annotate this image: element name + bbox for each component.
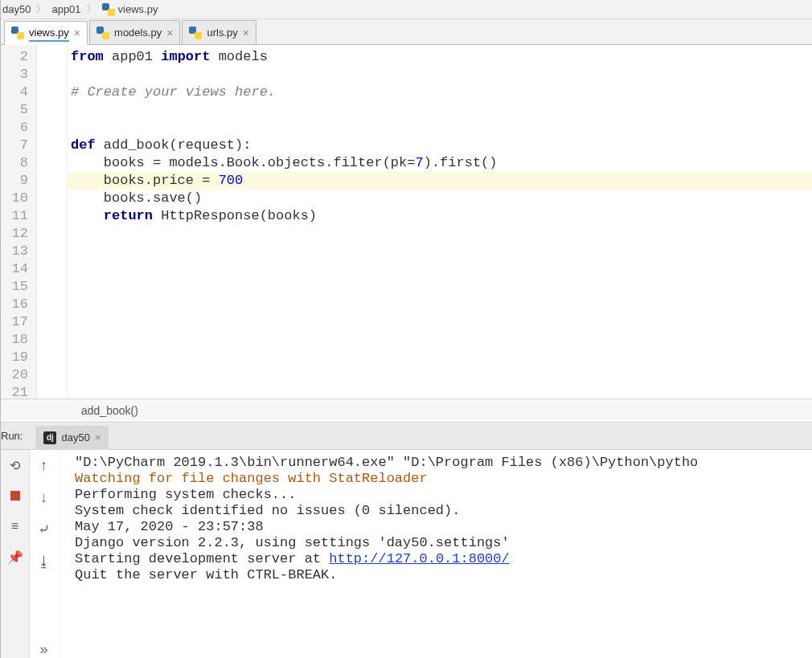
code-line[interactable] — [68, 366, 812, 384]
code-line[interactable] — [68, 225, 812, 243]
tab-label: models.py — [114, 27, 162, 39]
down-button[interactable]: ↓ — [35, 488, 53, 506]
line-number: 20 — [1, 366, 36, 384]
line-number: 16 — [1, 296, 36, 313]
chevron-right-icon: 〉 — [86, 2, 97, 17]
code-line[interactable]: def add_book(request): — [68, 137, 812, 154]
more-button[interactable]: » — [35, 640, 53, 658]
console-toolbar: ↑ ↓ ⤶ ⭳ » — [30, 450, 59, 658]
tab-label: views.py — [29, 27, 69, 42]
run-toolwindow-header: Run: dj day50 × — [1, 423, 812, 450]
code-line[interactable]: # Create your views here. — [68, 84, 812, 101]
structure-crumb[interactable]: add_book() — [1, 398, 812, 423]
line-number: 11 — [1, 207, 36, 225]
line-number: 14 — [1, 260, 36, 278]
code-line[interactable]: books.price = 700 — [68, 172, 812, 190]
console-output[interactable]: "D:\PyCharm 2019.1.3\bin\runnerw64.exe" … — [59, 450, 812, 658]
editor-tab[interactable]: models.py× — [89, 20, 180, 44]
structure-crumb-label: add_book() — [81, 404, 138, 417]
python-file-icon — [11, 27, 24, 39]
run-action-toolbar: ⟲ ≡ 📌 — [1, 450, 30, 658]
run-config-tab[interactable]: dj day50 × — [35, 426, 109, 450]
console-line: Quit the server with CTRL-BREAK. — [75, 567, 812, 583]
line-number: 21 — [1, 384, 36, 402]
code-line[interactable] — [68, 384, 812, 398]
console-line: Watching for file changes with StatReloa… — [75, 471, 812, 487]
line-number: 12 — [1, 225, 36, 243]
editor-tabs: views.py×models.py×urls.py× — [1, 19, 812, 45]
line-number: 5 — [1, 101, 36, 119]
python-file-icon — [102, 3, 115, 16]
line-number: 13 — [1, 243, 36, 260]
line-number: 19 — [1, 349, 36, 366]
code-line[interactable] — [68, 101, 812, 119]
console-line: System check identified no issues (0 sil… — [75, 503, 812, 519]
django-icon: dj — [43, 431, 56, 444]
code-line[interactable] — [68, 243, 812, 260]
code-line[interactable] — [68, 296, 812, 313]
rerun-button[interactable]: ⟲ — [6, 456, 24, 474]
code-line[interactable] — [68, 349, 812, 366]
close-icon[interactable]: × — [166, 27, 173, 39]
code-line[interactable]: from app01 import models — [68, 48, 812, 66]
code-line[interactable] — [68, 331, 812, 349]
line-number: 18 — [1, 331, 36, 349]
editor-tab[interactable]: views.py× — [4, 21, 88, 45]
line-number: 9 — [1, 172, 36, 190]
console-line: Django version 2.2.3, using settings 'da… — [75, 535, 812, 551]
console-line: "D:\PyCharm 2019.1.3\bin\runnerw64.exe" … — [75, 455, 812, 471]
close-icon[interactable]: × — [74, 27, 80, 39]
line-number: 15 — [1, 278, 36, 296]
layout-button[interactable]: ≡ — [6, 517, 24, 535]
python-file-icon — [96, 27, 109, 39]
run-config-label: day50 — [61, 431, 89, 443]
breadcrumb-label: app01 — [51, 3, 80, 15]
code-line[interactable]: books = models.Book.objects.filter(pk=7)… — [68, 154, 812, 172]
code-area[interactable]: from app01 import models# Create your vi… — [68, 45, 812, 398]
line-number: 4 — [1, 84, 36, 101]
code-line[interactable] — [68, 260, 812, 278]
line-number: 10 — [1, 190, 36, 207]
breadcrumb-item[interactable]: views.py — [100, 3, 160, 16]
scroll-to-end-button[interactable]: ⭳ — [35, 553, 53, 570]
up-button[interactable]: ↑ — [35, 456, 53, 474]
tab-label: urls.py — [207, 27, 237, 39]
breadcrumb-label: day50 — [2, 3, 31, 15]
fold-column — [37, 45, 68, 398]
breadcrumb-item[interactable]: day50 — [1, 3, 32, 15]
code-line[interactable] — [68, 119, 812, 137]
code-line[interactable]: books.save() — [68, 190, 812, 207]
line-number: 8 — [1, 154, 36, 172]
line-number: 6 — [1, 119, 36, 137]
code-line[interactable] — [68, 313, 812, 331]
breadcrumb: day50 〉 app01 〉 views.py — [1, 0, 812, 19]
python-file-icon — [189, 27, 202, 39]
breadcrumb-item[interactable]: app01 — [50, 3, 82, 15]
breadcrumb-label: views.py — [118, 3, 158, 15]
server-url-link[interactable]: http://127.0.0.1:8000/ — [329, 551, 509, 566]
code-line[interactable] — [68, 278, 812, 296]
line-number: 7 — [1, 137, 36, 154]
close-icon[interactable]: × — [243, 27, 249, 39]
run-toolwindow: ⟲ ≡ 📌 ↑ ↓ ⤶ ⭳ » "D:\PyCharm 2019.1.3\bin… — [1, 450, 812, 658]
close-icon[interactable]: × — [95, 431, 101, 443]
line-number: 3 — [1, 66, 36, 84]
console-line: Performing system checks... — [75, 487, 812, 503]
line-number: 2 — [1, 48, 36, 66]
chevron-right-icon: 〉 — [35, 2, 47, 17]
line-number-gutter: 23456789101112131415161718192021 — [1, 45, 37, 398]
code-line[interactable]: return HttpResponse(books) — [68, 207, 812, 225]
code-line[interactable] — [68, 66, 812, 84]
pin-button[interactable]: 📌 — [6, 548, 24, 566]
soft-wrap-button[interactable]: ⤶ — [35, 521, 53, 538]
run-label: Run: — [1, 430, 32, 442]
editor-tab[interactable]: urls.py× — [182, 20, 256, 44]
console-line: May 17, 2020 - 23:57:38 — [75, 519, 812, 535]
stop-button[interactable] — [6, 487, 24, 505]
console-line: Starting development server at http://12… — [75, 551, 812, 567]
editor[interactable]: 23456789101112131415161718192021 from ap… — [1, 45, 812, 398]
line-number: 17 — [1, 313, 36, 331]
